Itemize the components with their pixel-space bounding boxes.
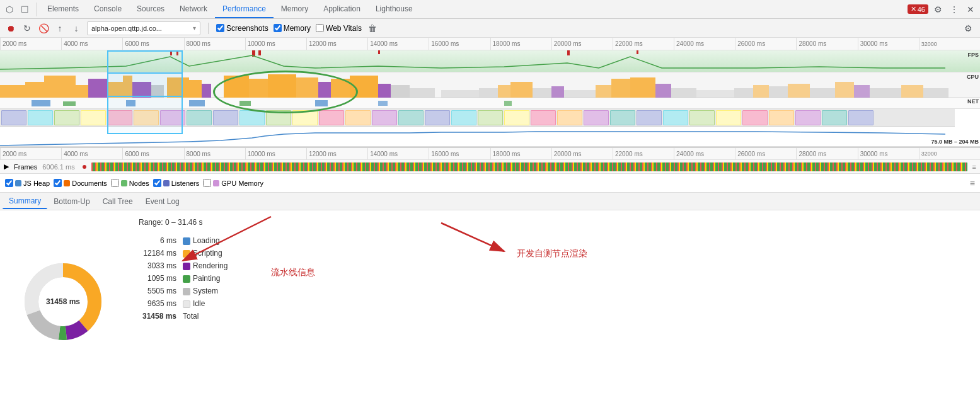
gpumemory-checkbox[interactable] [203,179,211,187]
refresh-btn[interactable]: ↻ [21,23,33,34]
idle-label: Idle [193,299,205,308]
summary-right: Range: 0 – 31.46 s 6 ms Loading 12184 ms… [126,210,980,393]
frames-value: 6006.1 ms [42,163,74,171]
record-btn[interactable]: ⏺ [5,23,16,34]
tab-performance[interactable]: Performance [215,0,274,18]
tab-elements[interactable]: Elements [40,0,86,18]
subtab-calltree[interactable]: Call Tree [96,195,139,208]
trash-btn[interactable]: 🗑 [367,22,378,35]
listeners-checkbox[interactable] [153,179,161,187]
listeners-color-dot [163,180,170,186]
screenshots-row [0,109,955,127]
gpumemory-color-dot [213,180,219,186]
frames-row: ▶ Frames 6006.1 ms ≡ [0,160,980,174]
settings-btn[interactable]: ⚙ [931,3,945,16]
documents-color-dot [64,180,70,186]
svg-rect-4 [88,79,107,98]
donut-total-value: 31458 ms [46,297,80,306]
devtools-topbar: ⬡ ☐ Elements Console Sources Network Per… [0,0,980,19]
subtab-summary[interactable]: Summary [3,194,47,209]
tab-lighthouse[interactable]: Lighthouse [368,0,420,18]
svg-rect-19 [378,84,391,98]
frames-settings-icon[interactable]: ≡ [972,163,976,171]
subtab-bottomup[interactable]: Bottom-Up [47,195,96,208]
listeners-checkbox-label[interactable]: Listeners [153,179,200,187]
svg-rect-16 [318,82,331,98]
idle-value: 9635 ms [139,297,183,310]
frames-label: Frames [14,163,37,171]
summary-left: 31458 ms [0,210,126,393]
screenshots-checkbox[interactable] [216,24,224,32]
webvitals-checkbox[interactable] [316,24,324,32]
summary-panel: 31458 ms Range: 0 – 31.46 s 6 ms Loading… [0,210,980,393]
screenshots-checkbox-label[interactable]: Screenshots [216,24,268,33]
table-row: 9635 ms Idle [139,297,234,310]
svg-rect-31 [630,77,655,98]
tick-2000: 2000 ms [0,38,61,50]
net-row: NET [0,98,980,109]
table-row: 31458 ms Total [139,310,234,322]
subtabs: Summary Bottom-Up Call Tree Event Log [0,193,980,210]
url-dropdown-arrow[interactable]: ▾ [193,25,196,31]
svg-rect-0 [0,85,25,98]
memory-checkbox-label[interactable]: Memory [274,24,311,33]
ruler-ticks: 2000 ms 4000 ms 6000 ms 8000 ms 10000 ms… [0,38,980,50]
inspect-element-btn[interactable]: ⬡ [3,3,16,16]
frames-arrow[interactable]: ▶ [4,162,9,171]
webvitals-checkbox-label[interactable]: Web Vitals [316,24,362,33]
error-count: 46 [918,6,925,13]
close-btn[interactable]: ✕ [964,3,977,16]
table-row: 5505 ms System [139,285,234,297]
table-row: 6 ms Loading [139,234,234,247]
devtools-tabs: Elements Console Sources Network Perform… [40,0,420,18]
jsheap-checkbox[interactable] [5,179,13,187]
gpumemory-checkbox-label[interactable]: GPU Memory [203,179,263,187]
memory-panel-settings-icon[interactable]: ≡ [970,178,975,188]
svg-rect-44 [923,88,948,98]
more-btn[interactable]: ⋮ [947,3,961,16]
cpu-row: CPU [0,72,980,98]
timeline-area: 2000 ms 4000 ms 6000 ms 8000 ms 10000 ms… [0,38,980,147]
svg-rect-49 [239,101,251,106]
error-badge: ✕ 46 [908,4,928,14]
gpumemory-label: GPU Memory [221,179,263,187]
tick-4000: 4000 ms [61,38,122,50]
system-color-cell: System [183,285,234,297]
svg-rect-41 [854,85,870,98]
painting-value: 1095 ms [139,272,183,285]
documents-checkbox[interactable] [54,179,62,187]
tick-22000: 22000 ms [613,38,674,50]
svg-rect-5 [107,82,123,98]
cpu-graph [0,72,952,98]
tab-application[interactable]: Application [316,0,368,18]
tab-memory[interactable]: Memory [274,0,316,18]
tab-sources[interactable]: Sources [129,0,172,18]
tab-network[interactable]: Network [172,0,215,18]
svg-rect-51 [378,101,388,106]
painting-label: Painting [193,274,220,283]
btick-14000: 14000 ms [367,147,429,160]
fps-row: FPS [0,50,980,72]
svg-rect-30 [611,79,630,98]
clear-btn[interactable]: 🚫 [38,23,49,34]
documents-checkbox-label[interactable]: Documents [54,179,107,187]
subtab-eventlog[interactable]: Event Log [139,195,186,208]
device-mode-btn[interactable]: ☐ [18,3,32,16]
nodes-checkbox-label[interactable]: Nodes [111,179,149,187]
download-btn[interactable]: ↓ [71,23,82,34]
nodes-checkbox[interactable] [111,179,119,187]
memory-toolbar-checkbox[interactable] [274,24,282,32]
webvitals-label: Web Vitals [326,24,362,33]
svg-rect-28 [564,90,596,98]
upload-btn[interactable]: ↑ [54,23,66,34]
tab-console[interactable]: Console [86,0,129,18]
tick-14000: 14000 ms [367,38,429,50]
system-label: System [193,287,218,295]
jsheap-checkbox-label[interactable]: JS Heap [5,179,50,187]
btick-12000: 12000 ms [306,147,367,160]
tick-10000: 10000 ms [245,38,306,50]
memory-toolbar-label: Memory [284,24,311,33]
svg-rect-36 [753,85,769,98]
toolbar-settings-btn[interactable]: ⚙ [961,21,975,35]
svg-rect-12 [224,76,249,98]
